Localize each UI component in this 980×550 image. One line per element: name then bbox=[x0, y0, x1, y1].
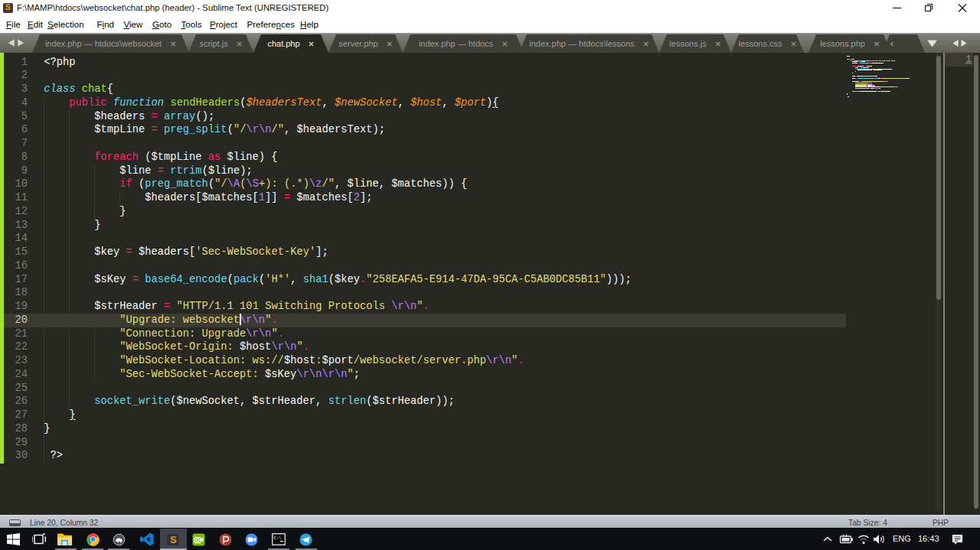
svg-text:C:\: C:\ bbox=[274, 535, 282, 541]
